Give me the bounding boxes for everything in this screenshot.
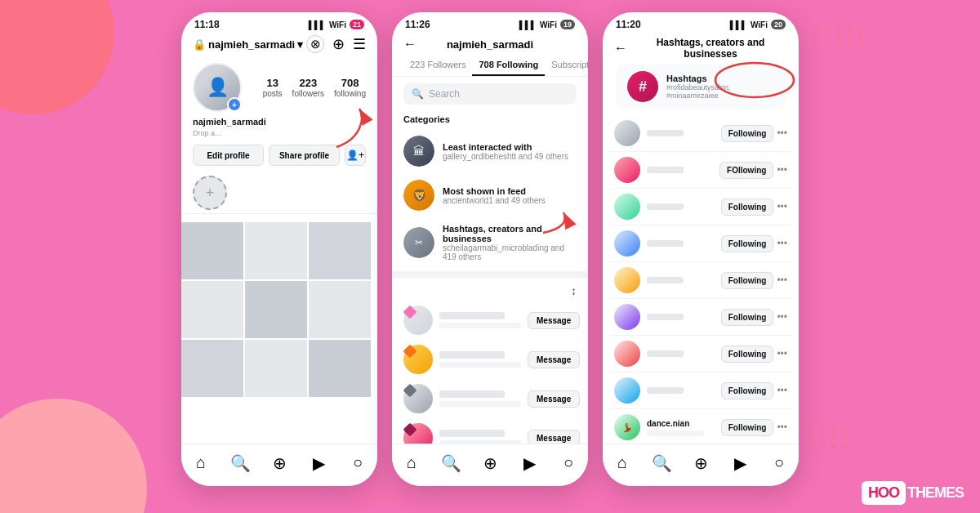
following-name-3 [647, 203, 684, 210]
more-dots-p3-3[interactable]: ••• [777, 201, 787, 212]
hashtag-section-wrap: # Hashtags #rofidabeautysalon, #minaamir… [609, 65, 792, 109]
cat-title-3: Hashtags, creators and businesses [443, 224, 577, 243]
nav-add-1[interactable]: ⊕ [265, 448, 294, 478]
following-button-1[interactable]: Following [721, 125, 774, 142]
following-button-2[interactable]: FOllowing [719, 162, 773, 179]
hashtag-title: Hashtags [666, 74, 774, 83]
nav-home-2[interactable]: ⌂ [397, 448, 426, 478]
following-button-9[interactable]: Following [721, 419, 774, 436]
category-row-2[interactable]: 🦁 Most shown in feed ancientworld1 and 4… [392, 173, 588, 217]
phone3-header: ← Hashtags, creators and businesses [603, 33, 799, 65]
follower-row-2: Message ••• [392, 340, 588, 379]
stat-following: 708 following [334, 77, 366, 98]
following-name-4 [647, 240, 684, 247]
avatar-add-button[interactable]: + [227, 97, 242, 112]
more-dots-p3-2[interactable]: ••• [777, 164, 787, 176]
wifi-icon-2: WiFi [540, 20, 557, 29]
bottom-nav-1: ⌂ 🔍 ⊕ ▶ ○ [181, 444, 377, 486]
message-button-2[interactable]: Message [528, 351, 580, 368]
phone1-header-icons: ⊗ ⊕ ☰ [306, 35, 366, 53]
threads-icon[interactable]: ⊗ [306, 35, 324, 53]
chevron-down-icon: ▾ [297, 38, 303, 51]
following-button-8[interactable]: Following [721, 382, 774, 399]
nav-profile-2[interactable]: ○ [554, 448, 583, 478]
following-avatar-9: 💃 [614, 414, 640, 440]
sort-icon[interactable]: ↕ [571, 284, 577, 297]
following-tabs: 223 Followers 708 Following Subscription… [392, 55, 588, 77]
nav-add-3[interactable]: ⊕ [686, 448, 715, 478]
phone1-username: 🔒 najmieh_sarmadi ▾ [193, 38, 303, 51]
logo-hoo: HOO [862, 481, 906, 505]
tab-following[interactable]: 708 Following [472, 55, 545, 76]
category-row-3[interactable]: ✂ Hashtags, creators and businesses sche… [392, 217, 588, 268]
follower-avatar-3 [403, 384, 433, 413]
nav-home-1[interactable]: ⌂ [186, 448, 216, 478]
username-text: najmieh_sarmadi [208, 38, 295, 51]
more-dots-p3-9[interactable]: ••• [777, 422, 787, 433]
grid-cell [309, 340, 371, 397]
wavy-decoration: 〰〰〰 [351, 488, 400, 506]
following-button-4[interactable]: Following [721, 235, 774, 252]
nav-profile-1[interactable]: ○ [343, 448, 372, 478]
sort-row: ↕ [392, 281, 588, 301]
avatar-wrap: 👤 + [193, 63, 242, 112]
grid-cell [181, 340, 243, 397]
follower-info-3 [439, 390, 521, 407]
profile-bio: Drop a... [181, 128, 377, 138]
tab-subscriptions[interactable]: Subscriptions [545, 55, 588, 76]
story-add[interactable]: + [193, 176, 227, 210]
category-icon-3: ✂ [403, 227, 434, 258]
nav-profile-3[interactable]: ○ [764, 448, 794, 478]
nav-search-2[interactable]: 🔍 [436, 448, 466, 478]
more-dots-p3-5[interactable]: ••• [777, 274, 787, 286]
grid-cell [309, 281, 371, 338]
back-button-3[interactable]: ← [614, 41, 627, 56]
message-button-1[interactable]: Message [528, 312, 580, 329]
following-button-7[interactable]: Following [721, 346, 774, 363]
search-placeholder[interactable]: Search [429, 88, 460, 100]
more-dots-p3-7[interactable]: ••• [777, 348, 787, 359]
follower-avatar-1 [403, 306, 433, 335]
following-button-5[interactable]: Following [721, 272, 774, 289]
profile-display-name: najmieh_sarmadi [181, 115, 377, 128]
battery-badge-1: 21 [350, 20, 364, 29]
follower-info-2 [439, 351, 521, 368]
message-button-3[interactable]: Message [528, 390, 580, 408]
nav-reel-2[interactable]: ▶ [514, 448, 544, 478]
following-row-6: Following ••• [609, 299, 792, 336]
nav-search-1[interactable]: 🔍 [225, 448, 255, 478]
more-dots-p3-6[interactable]: ••• [777, 311, 787, 323]
bottom-user-name: dance.nian [647, 419, 721, 428]
share-profile-button[interactable]: Share profile [269, 145, 340, 166]
back-button-2[interactable]: ← [403, 37, 416, 51]
tab-followers[interactable]: 223 Followers [403, 55, 472, 76]
add-icon[interactable]: ⊕ [332, 35, 345, 53]
battery-badge-2: 19 [560, 20, 575, 29]
nav-add-2[interactable]: ⊕ [475, 448, 505, 478]
nav-reel-1[interactable]: ▶ [304, 448, 333, 478]
lock-icon: 🔒 [193, 38, 206, 51]
follower-name-2 [439, 351, 505, 359]
more-dots-p3-8[interactable]: ••• [777, 385, 787, 396]
following-button-6[interactable]: Following [721, 309, 774, 326]
hashtag-section[interactable]: # Hashtags #rofidabeautysalon, #minaamir… [616, 65, 786, 109]
add-person-button[interactable]: 👤+ [345, 145, 366, 166]
follower-sub-3 [439, 401, 521, 407]
grid-cell [181, 281, 243, 338]
edit-profile-button[interactable]: Edit profile [193, 145, 264, 166]
status-icons-2: ▌▌▌ WiFi 19 [519, 20, 575, 29]
following-label: following [334, 89, 366, 98]
nav-search-3[interactable]: 🔍 [647, 448, 676, 478]
nav-home-3[interactable]: ⌂ [608, 448, 637, 478]
hashtag-sub: #rofidabeautysalon, #minaamirzaiee [666, 83, 774, 100]
menu-icon[interactable]: ☰ [353, 35, 366, 53]
cat-title-1: Least interacted with [443, 142, 577, 152]
posts-count: 13 [263, 77, 283, 89]
following-avatar-8 [614, 377, 640, 404]
following-button-3[interactable]: Following [721, 199, 774, 216]
category-row-1[interactable]: 🏛 Least interacted with gallery_ordibehe… [392, 129, 588, 173]
nav-reel-3[interactable]: ▶ [725, 448, 755, 478]
phone1-header: 🔒 najmieh_sarmadi ▾ ⊗ ⊕ ☰ [181, 33, 377, 58]
more-dots-p3-4[interactable]: ••• [777, 238, 787, 249]
more-dots-p3-1[interactable]: ••• [777, 127, 787, 139]
